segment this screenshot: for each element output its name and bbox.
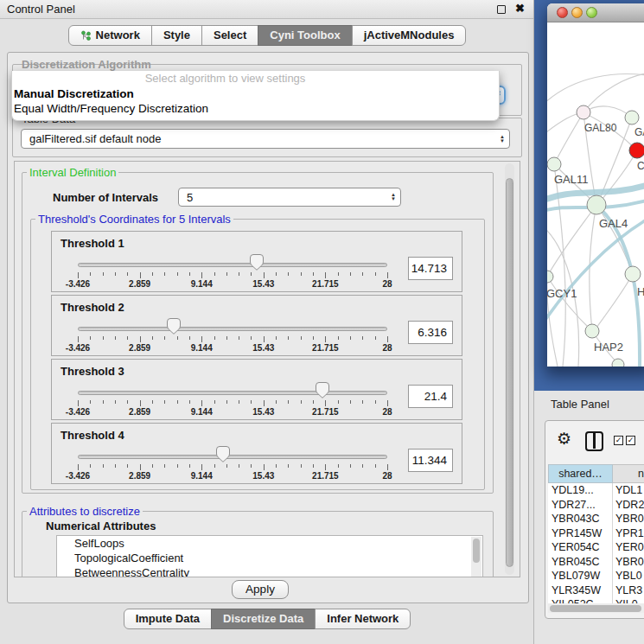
tab-style[interactable]: Style: [151, 25, 202, 46]
table-cell-name[interactable]: YBL0: [613, 569, 644, 583]
algorithm-option-equal-width-frequency[interactable]: Equal Width/Frequency Discretization: [12, 101, 499, 116]
table-cell-shared-name[interactable]: YER054C: [548, 540, 613, 555]
slider-tick: [251, 272, 252, 276]
tab-jactivemnodules[interactable]: jActiveMNodules: [352, 25, 467, 46]
table-cell-name[interactable]: YBR0: [613, 555, 644, 570]
tab-select[interactable]: Select: [201, 25, 258, 46]
table-cell-name[interactable]: YDL1: [613, 483, 644, 498]
zoom-light-icon[interactable]: [586, 7, 597, 18]
threshold-slider-track[interactable]: [78, 327, 387, 331]
apply-button[interactable]: Apply: [232, 580, 289, 599]
network-node-gal4[interactable]: [587, 195, 606, 214]
table-cell-shared-name[interactable]: YLR345W: [548, 583, 613, 598]
network-edge[interactable]: [554, 112, 583, 164]
column-view-icon[interactable]: [585, 431, 603, 451]
network-edge[interactable]: [590, 205, 596, 331]
table-cell-shared-name[interactable]: YBR043C: [548, 512, 613, 526]
network-node-gal80[interactable]: [577, 105, 590, 119]
attributes-group-title: Attributes to discretize: [27, 505, 143, 518]
table-horizontal-scrollbar[interactable]: [548, 603, 644, 613]
numerical-attributes-list[interactable]: SelfLoopsTopologicalCoefficientBetweenne…: [56, 535, 483, 577]
network-edge[interactable]: [547, 277, 592, 331]
network-node-hap2[interactable]: [585, 324, 599, 338]
network-edge[interactable]: [597, 150, 637, 205]
attribute-item-topologicalcoefficient[interactable]: TopologicalCoefficient: [57, 551, 482, 565]
table-cell-name[interactable]: YDR2: [613, 498, 644, 513]
slider-tick: [301, 464, 302, 468]
threshold-slider-track[interactable]: [78, 455, 387, 459]
slider-tick-label: 21.715: [306, 279, 344, 289]
table-row[interactable]: YDL19...YDL1: [548, 483, 644, 498]
close-light-icon[interactable]: [557, 7, 568, 18]
attribute-item-selfloops[interactable]: SelfLoops: [57, 536, 482, 551]
table-cell-name[interactable]: YBR0: [613, 512, 644, 526]
table-cell-name[interactable]: YIL0: [613, 597, 644, 603]
table-cell-shared-name[interactable]: YDR27...: [548, 498, 613, 513]
threshold-slider-thumb[interactable]: [250, 254, 264, 271]
bottom-tab-infer-network[interactable]: Infer Network: [315, 609, 411, 629]
slider-tick: [264, 400, 265, 406]
table-cell-shared-name[interactable]: YBR045C: [548, 555, 613, 570]
settings-scrollbar-thumb[interactable]: [506, 178, 513, 567]
threshold-slider-thumb[interactable]: [216, 446, 230, 462]
table-cell-shared-name[interactable]: YPR145W: [548, 526, 613, 541]
tab-network[interactable]: Network: [68, 25, 152, 46]
table-cell-shared-name[interactable]: YDL19...: [548, 483, 613, 498]
table-cell-shared-name[interactable]: YIL052C: [548, 597, 613, 603]
threshold-value-field[interactable]: 21.4: [408, 385, 453, 408]
slider-tick: [239, 464, 239, 468]
threshold-slider-thumb[interactable]: [316, 382, 329, 399]
slider-tick-label: 9.144: [182, 279, 220, 289]
minimize-light-icon[interactable]: [571, 7, 583, 18]
gear-icon[interactable]: ⚙: [557, 430, 571, 447]
table-cell-name[interactable]: YPR1: [613, 526, 644, 541]
table-row[interactable]: YER054CYER0: [548, 540, 644, 555]
slider-tick-label: 28: [368, 407, 406, 417]
slider-tick: [325, 400, 326, 406]
network-window-titlebar[interactable]: [547, 3, 644, 22]
float-icon[interactable]: [497, 5, 506, 14]
table-row[interactable]: YLR345WYLR3: [548, 583, 644, 598]
bottom-tab-discretize-data[interactable]: Discretize Data: [211, 609, 316, 629]
attributes-scrollbar-thumb[interactable]: [473, 539, 480, 563]
tab-cyni-toolbox[interactable]: Cyni Toolbox: [258, 25, 352, 46]
table-cell-name[interactable]: YER0: [613, 540, 644, 555]
algorithm-option-manual-discretization[interactable]: Manual Discretization: [12, 86, 499, 101]
table-row[interactable]: YBL079WYBL0: [548, 569, 644, 583]
table-data-combobox[interactable]: galFiltered.sif default node ▲▼: [21, 129, 510, 149]
checkbox-icon[interactable]: ✓: [626, 436, 635, 445]
table-row[interactable]: YBR043CYBR0: [548, 512, 644, 526]
number-of-intervals-combobox[interactable]: 5 ▲▼: [178, 188, 401, 207]
threshold-slider-track[interactable]: [78, 391, 387, 395]
threshold-value-field[interactable]: 6.316: [408, 321, 453, 344]
table-row[interactable]: YBR045CYBR0: [548, 555, 644, 570]
threshold-slider-track[interactable]: [78, 263, 387, 267]
network-node[interactable]: [612, 359, 624, 367]
table-horizontal-scrollbar-thumb[interactable]: [550, 605, 641, 612]
network-node-h[interactable]: [625, 266, 641, 282]
attributes-scrollbar[interactable]: [471, 537, 481, 577]
slider-tick: [338, 400, 339, 404]
network-edge[interactable]: [594, 274, 633, 331]
network-node-ga[interactable]: [625, 111, 639, 124]
network-edge[interactable]: [596, 205, 633, 274]
table-row[interactable]: YIL052CYIL0: [548, 597, 644, 603]
column-header-name[interactable]: n: [613, 464, 644, 483]
table-cell-shared-name[interactable]: YBL079W: [548, 569, 613, 583]
bottom-tab-impute-data[interactable]: Impute Data: [124, 609, 212, 629]
network-canvas[interactable]: GAL80GACGAL11GAL4GCY1HHAP2: [547, 22, 644, 367]
checkbox-icon[interactable]: ✓: [614, 436, 623, 445]
table-row[interactable]: YPR145WYPR1: [548, 526, 644, 541]
network-node-gal11[interactable]: [547, 157, 561, 171]
attribute-item-betweennesscentrality[interactable]: BetweennessCentrality: [57, 565, 482, 577]
threshold-value-field[interactable]: 11.344: [408, 449, 453, 472]
column-header-shared-name[interactable]: shared…: [548, 464, 613, 483]
network-node-c[interactable]: [629, 143, 644, 158]
threshold-value-field[interactable]: 14.713: [408, 257, 453, 280]
network-node-gcy1[interactable]: [547, 271, 553, 283]
close-icon[interactable]: ✖: [515, 2, 525, 15]
threshold-slider-thumb[interactable]: [167, 318, 181, 335]
table-cell-name[interactable]: YLR3: [613, 583, 644, 598]
table-row[interactable]: YDR27...YDR2: [548, 498, 644, 513]
table-data-combobox-value: galFiltered.sif default node: [29, 132, 161, 145]
